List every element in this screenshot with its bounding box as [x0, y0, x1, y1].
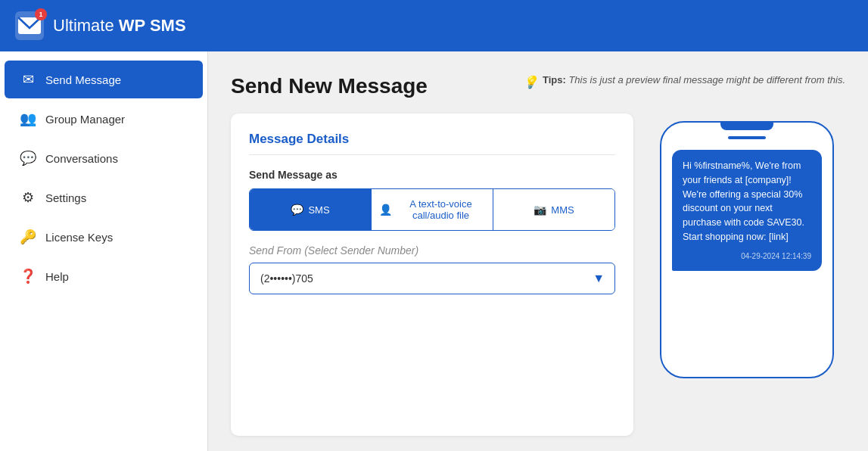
tip-icon: 💡	[523, 75, 538, 89]
sidebar-item-label: Settings	[45, 191, 86, 204]
app-title: Ultimate WP SMS	[53, 16, 186, 36]
logo-icon: 1	[15, 11, 44, 40]
content-row: Message Details Send Message as 💬 SMS 👤 …	[231, 114, 845, 436]
main-content: Send New Message 💡 Tips: This is just a …	[208, 51, 868, 451]
tips-area: 💡 Tips: This is just a preview final mes…	[523, 74, 845, 89]
sidebar-item-group-manager[interactable]: 👥 Group Manager	[5, 100, 203, 138]
message-text: Hi %firstname%, We're from your friends …	[683, 160, 804, 242]
sms-label: SMS	[308, 204, 329, 216]
notification-badge: 1	[35, 8, 47, 20]
sidebar-item-help[interactable]: ❓ Help	[5, 257, 203, 295]
mms-type-button[interactable]: 📷 MMS	[493, 189, 614, 230]
sidebar-item-settings[interactable]: ⚙ Settings	[5, 179, 203, 216]
sidebar: ✉ Send Message 👥 Group Manager 💬 Convers…	[0, 51, 208, 451]
form-card: Message Details Send Message as 💬 SMS 👤 …	[231, 114, 633, 436]
sidebar-item-license-keys[interactable]: 🔑 License Keys	[5, 218, 203, 256]
help-icon: ❓	[20, 268, 36, 285]
mms-icon: 📷	[534, 204, 546, 216]
phone-frame: Hi %firstname%, We're from your friends …	[660, 121, 834, 378]
send-from-label: Send From (Select Sender Number)	[249, 244, 615, 257]
send-as-label: Send Message as	[249, 169, 615, 181]
conversations-icon: 💬	[20, 150, 36, 166]
phone-preview: Hi %firstname%, We're from your friends …	[649, 114, 845, 436]
sidebar-item-label: License Keys	[45, 231, 113, 244]
page-title: Send New Message	[231, 74, 428, 98]
mms-label: MMS	[551, 204, 574, 216]
voice-icon: 👤	[379, 204, 392, 216]
app-header: 1 Ultimate WP SMS	[0, 0, 868, 51]
license-keys-icon: 🔑	[20, 229, 36, 245]
sidebar-item-label: Conversations	[45, 152, 118, 165]
phone-notch	[720, 123, 773, 130]
logo-area: 1 Ultimate WP SMS	[15, 11, 186, 40]
sidebar-item-label: Group Manager	[45, 113, 125, 126]
main-header: Send New Message 💡 Tips: This is just a …	[231, 74, 845, 98]
sms-type-button[interactable]: 💬 SMS	[250, 189, 372, 230]
sidebar-item-label: Help	[45, 270, 69, 283]
send-from-placeholder-hint: (Select Sender Number)	[304, 244, 418, 257]
sidebar-item-label: Send Message	[45, 73, 121, 86]
tips-text: This is just a preview final message mig…	[568, 74, 845, 86]
send-message-icon: ✉	[20, 71, 36, 88]
message-bubble: Hi %firstname%, We're from your friends …	[672, 150, 822, 271]
sms-icon: 💬	[291, 204, 303, 216]
sender-select[interactable]: (2••••••)705	[249, 263, 615, 294]
settings-icon: ⚙	[20, 189, 36, 206]
sidebar-item-conversations[interactable]: 💬 Conversations	[5, 139, 203, 177]
message-timestamp: 04-29-2024 12:14:39	[683, 250, 811, 262]
phone-speaker	[728, 136, 766, 139]
section-title: Message Details	[249, 132, 615, 155]
sidebar-item-send-message[interactable]: ✉ Send Message	[5, 61, 203, 98]
tips-label: Tips:	[543, 74, 566, 86]
voice-type-button[interactable]: 👤 A text-to-voice call/audio file	[372, 189, 493, 230]
group-manager-icon: 👥	[20, 110, 36, 127]
type-buttons: 💬 SMS 👤 A text-to-voice call/audio file …	[249, 188, 615, 231]
sender-select-wrapper: (2••••••)705 ▼	[249, 263, 615, 294]
voice-label: A text-to-voice call/audio file	[397, 198, 485, 221]
